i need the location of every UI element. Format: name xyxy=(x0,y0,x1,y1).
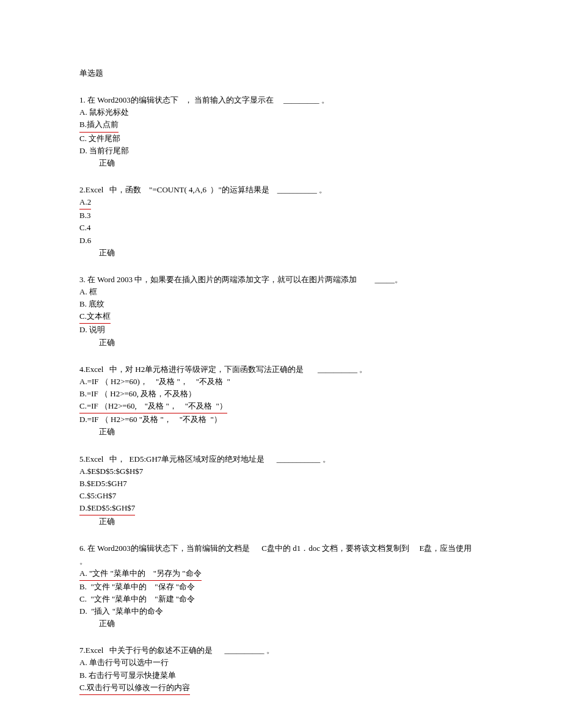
correct-label: 正确 xyxy=(99,617,483,630)
option: A.2 xyxy=(79,196,483,209)
questions-container: 1. 在 Word2003的编辑状态下 ， 当前输入的文字显示在 _______… xyxy=(79,94,483,695)
option-text: C.4 xyxy=(79,223,90,232)
option: C.双击行号可以修改一行的内容 xyxy=(79,682,483,695)
option: D. "插入 "菜单中的命令 xyxy=(79,605,483,617)
option-text-underlined: C.双击行号可以修改一行的内容 xyxy=(79,682,190,695)
option: A.$E$D$5:$G$H$7 xyxy=(79,465,483,478)
option-text: C. "文件 "菜单中的 "新建 "命令 xyxy=(79,594,195,603)
option-text: B. 右击行号可显示快捷菜单 xyxy=(79,671,176,680)
question-text: 7.Excel 中关于行号的叙述不正确的是 __________ 。 xyxy=(79,644,483,657)
option-text: B. "文件 "菜单中的 "保存 "命令 xyxy=(79,582,195,591)
option-text-underlined: A. "文件 "菜单中的 "另存为 "命令 xyxy=(79,567,202,581)
option: A.=IF （ H2>=60)， "及格 "， "不及格 " xyxy=(79,376,483,388)
option: B. 右击行号可显示快捷菜单 xyxy=(79,669,483,682)
question-text: 1. 在 Word2003的编辑状态下 ， 当前输入的文字显示在 _______… xyxy=(79,94,483,106)
question-block: 5.Excel 中， ED5:GH7单元格区域对应的绝对地址是 ________… xyxy=(79,453,483,528)
option-text: D. 当前行尾部 xyxy=(79,146,129,155)
option-text: A. 单击行号可以选中一行 xyxy=(79,658,169,667)
option: D. 当前行尾部 xyxy=(79,145,483,157)
question-text: 2.Excel 中，函数 "=COUNT( 4,A,6 ）"的运算结果是 ___… xyxy=(79,184,483,196)
option: D.6 xyxy=(79,235,483,247)
option-text-underlined: D.$ED$5:$GH$7 xyxy=(79,502,135,515)
option: B. "文件 "菜单中的 "保存 "命令 xyxy=(79,581,483,593)
option-text-underlined: C.文本框 xyxy=(79,310,111,324)
option: C.=IF （H2>=60, "及格 "， "不及格 "） xyxy=(79,400,483,413)
option-text: A.$E$D$5:$G$H$7 xyxy=(79,467,143,476)
option-text: D. 说明 xyxy=(79,325,105,334)
correct-label: 正确 xyxy=(99,157,483,169)
question-block: 2.Excel 中，函数 "=COUNT( 4,A,6 ）"的运算结果是 ___… xyxy=(79,184,483,259)
option: B.$ED5:$GH7 xyxy=(79,478,483,490)
question-text: 3. 在 Word 2003 中，如果要在插入图片的两端添加文字，就可以在图片两… xyxy=(79,274,483,286)
section-header: 单选题 xyxy=(79,67,483,79)
question-block: 3. 在 Word 2003 中，如果要在插入图片的两端添加文字，就可以在图片两… xyxy=(79,274,483,349)
question-text: 4.Excel 中，对 H2单元格进行等级评定，下面函数写法正确的是 _____… xyxy=(79,363,483,376)
option: C.4 xyxy=(79,222,483,234)
option: C. "文件 "菜单中的 "新建 "命令 xyxy=(79,593,483,605)
option: B.=IF （ H2>=60, 及格，不及格） xyxy=(79,388,483,400)
option-text: A.=IF （ H2>=60)， "及格 "， "不及格 " xyxy=(79,377,230,386)
correct-label: 正确 xyxy=(99,337,483,349)
option: C.$5:GH$7 xyxy=(79,490,483,502)
correct-label: 正确 xyxy=(99,426,483,438)
option: D. 说明 xyxy=(79,324,483,336)
option-text: A. 框 xyxy=(79,287,97,296)
option-text-underlined: A.2 xyxy=(79,196,91,209)
question-text: 6. 在 Word2003的编辑状态下，当前编辑的文档是 C盘中的 d1．doc… xyxy=(79,542,483,567)
question-block: 6. 在 Word2003的编辑状态下，当前编辑的文档是 C盘中的 d1．doc… xyxy=(79,542,483,630)
option-text: A. 鼠标光标处 xyxy=(79,107,129,117)
option-text: C.$5:GH$7 xyxy=(79,491,116,500)
option: A. 鼠标光标处 xyxy=(79,106,483,118)
option: A. 单击行号可以选中一行 xyxy=(79,657,483,669)
option: C.文本框 xyxy=(79,310,483,324)
question-block: 4.Excel 中，对 H2单元格进行等级评定，下面函数写法正确的是 _____… xyxy=(79,363,483,439)
option-text: D.6 xyxy=(79,236,91,245)
option-text-underlined: C.=IF （H2>=60, "及格 "， "不及格 "） xyxy=(79,400,227,413)
question-block: 1. 在 Word2003的编辑状态下 ， 当前输入的文字显示在 _______… xyxy=(79,94,483,169)
question-block: 7.Excel 中关于行号的叙述不正确的是 __________ 。A. 单击行… xyxy=(79,644,483,695)
option-text: B.3 xyxy=(79,211,90,220)
option: A. "文件 "菜单中的 "另存为 "命令 xyxy=(79,567,483,581)
option: B.3 xyxy=(79,209,483,222)
option: C. 文件尾部 xyxy=(79,133,483,145)
option: B. 底纹 xyxy=(79,298,483,310)
option: B.插入点前 xyxy=(79,118,483,132)
option: D.$ED$5:$GH$7 xyxy=(79,502,483,515)
option-text: B.=IF （ H2>=60, 及格，不及格） xyxy=(79,389,196,398)
option: A. 框 xyxy=(79,286,483,298)
option-text: D.=IF （ H2>=60 "及格 "， "不及格 "） xyxy=(79,415,222,424)
document-page: 单选题 1. 在 Word2003的编辑状态下 ， 当前输入的文字显示在 ___… xyxy=(0,0,562,728)
correct-label: 正确 xyxy=(99,515,483,528)
option-text: B.$ED5:$GH7 xyxy=(79,479,127,488)
question-text: 5.Excel 中， ED5:GH7单元格区域对应的绝对地址是 ________… xyxy=(79,453,483,465)
option: D.=IF （ H2>=60 "及格 "， "不及格 "） xyxy=(79,413,483,426)
correct-label: 正确 xyxy=(99,247,483,259)
option-text: B. 底纹 xyxy=(79,299,104,308)
option-text: C. 文件尾部 xyxy=(79,134,120,143)
option-text-underlined: B.插入点前 xyxy=(79,118,119,132)
option-text: D. "插入 "菜单中的命令 xyxy=(79,606,163,616)
